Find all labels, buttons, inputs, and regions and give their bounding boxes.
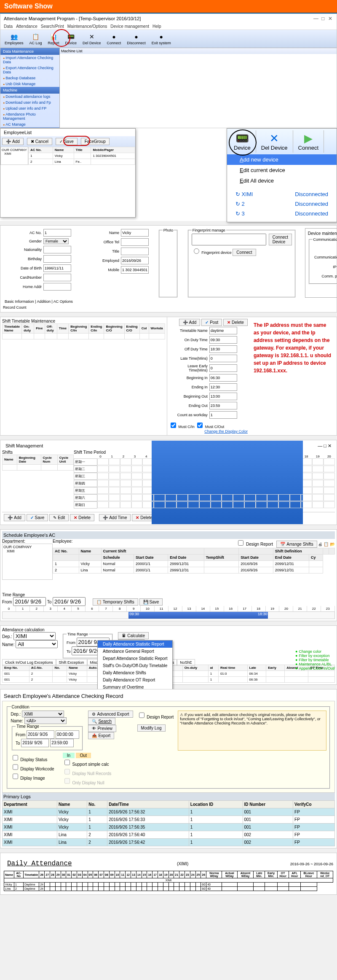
endin-input[interactable] (209, 383, 237, 391)
side-item[interactable]: Upload user info and FP (0, 105, 59, 111)
name-input[interactable] (121, 229, 149, 237)
tb-Connect[interactable]: ●Connect (104, 32, 124, 46)
menu-Search/Print[interactable]: Search/Print (41, 24, 64, 29)
shifts-grid[interactable]: NameBeginning DateCycle NumCycle UnitNor… (2, 455, 74, 471)
side-item[interactable]: Download user info and Fp (0, 100, 59, 105)
homeaddr-input[interactable] (43, 283, 71, 291)
begout-input[interactable] (209, 393, 237, 400)
adv-export-btn[interactable]: ⚙ Advanced Export (88, 711, 133, 718)
must-cin-check[interactable] (171, 423, 176, 428)
arrange-btn[interactable]: 📅 Arrange Shifts (276, 541, 317, 548)
tb-Employees[interactable]: 👥Employees (2, 32, 26, 46)
add-button[interactable]: ➕ Add (2, 138, 24, 145)
machine-list-tab[interactable]: Machine List (59, 48, 337, 54)
company-tree[interactable]: OUR COMPANY (2, 148, 27, 152)
calc-name[interactable]: All (16, 640, 58, 648)
tt-post-btn[interactable]: Post (201, 319, 222, 326)
ttname-input[interactable] (209, 327, 237, 334)
tb-Device[interactable]: 📟Device (63, 32, 80, 46)
calculate-btn[interactable]: 🖩 Calculate (118, 632, 149, 639)
search-t1[interactable] (56, 730, 79, 739)
tb-Exit system[interactable]: ●Exit system (149, 32, 174, 46)
green-link[interactable]: Maintenance AL/BL (295, 662, 335, 666)
side-item[interactable]: Download attendance logs (0, 94, 59, 100)
tt-add-btn[interactable]: ➕ Add (179, 319, 201, 326)
side-item[interactable]: AC Manage (0, 121, 59, 127)
addition-tab[interactable]: Addition (37, 299, 51, 304)
disp-workcode[interactable] (13, 764, 18, 770)
modify-log-btn[interactable]: Modify Log (137, 724, 166, 732)
sm-save[interactable]: Save (27, 514, 48, 521)
sched-save-btn[interactable]: 💾 Save (139, 598, 163, 606)
edit-all-item[interactable]: Edit All device (227, 175, 337, 186)
connect-device-btn[interactable]: Connect Device (269, 234, 292, 245)
primary-log-grid[interactable]: DepartmentNameNo.Date/TimeLocation IDID … (2, 800, 335, 846)
side-item[interactable]: Usb Disk Manage (0, 81, 59, 87)
employee-grid[interactable]: AC No.NameTitleMobile/Pager1Vicky1 30239… (28, 147, 135, 165)
connect-big-button[interactable]: ▶Connect (293, 130, 324, 153)
sm-addtime[interactable]: ➕ Add Time (99, 514, 131, 521)
search-btn[interactable]: 🔍 Search (88, 718, 115, 725)
edit-current-item[interactable]: Edit current device (227, 165, 337, 175)
tb-Disconnect[interactable]: ●Disconnect (124, 32, 148, 46)
green-link[interactable]: Change color (295, 649, 335, 654)
leave-input[interactable] (209, 364, 237, 372)
green-link[interactable]: Filter by exception (295, 654, 335, 658)
sm-edit[interactable]: ✎ Edit (49, 514, 69, 521)
cardnum-input[interactable] (43, 274, 71, 281)
begin-input[interactable] (209, 374, 237, 382)
sm-add[interactable]: ➕ Add (4, 514, 25, 521)
fp-radio[interactable] (194, 248, 199, 254)
menu-bar[interactable]: DataAttendanceSearch/PrintMaintenance/Op… (0, 23, 337, 30)
design-report-check[interactable] (139, 712, 144, 719)
green-link[interactable]: Append Clock In/Out/ (295, 666, 335, 670)
green-link[interactable]: Filter by timetable (295, 658, 335, 662)
tt-delete-btn[interactable]: Delete (223, 319, 248, 326)
calc-tab[interactable]: Shift Exception (56, 659, 87, 666)
disp-status[interactable] (13, 754, 18, 761)
export-btn[interactable]: 📤 Export (88, 732, 114, 739)
search-t2[interactable] (50, 739, 74, 747)
late-input[interactable] (209, 355, 237, 362)
report-item[interactable]: Staff's On-Duty/Off-Duty Timetable (98, 662, 172, 669)
device-dropdown[interactable]: Add new device (227, 154, 337, 165)
acoptions-tab[interactable]: AC Options (53, 299, 73, 304)
calc-tab[interactable]: NoShE (177, 659, 195, 666)
sched-from[interactable] (13, 597, 46, 606)
menu-Maintenance/Options[interactable]: Maintenance/Options (67, 24, 107, 29)
tb-Report[interactable]: 📊Report (45, 32, 62, 46)
employed-input[interactable] (121, 257, 149, 264)
report-item[interactable]: Attendance General Report (98, 648, 172, 655)
officetel-input[interactable] (121, 238, 149, 246)
birthday-input[interactable] (43, 255, 71, 263)
search-name[interactable]: <All> (24, 717, 67, 724)
side-item[interactable]: Attendance Photo Management (0, 111, 59, 121)
close-icon[interactable]: ✕ (327, 16, 333, 22)
sched-company[interactable]: OUR COMPANY (3, 545, 51, 549)
gender-select[interactable]: Female (43, 238, 69, 244)
search-dep[interactable]: XIMI (22, 711, 64, 717)
search-from[interactable] (27, 730, 54, 739)
design-check[interactable] (238, 540, 243, 546)
schedule-grid[interactable]: AC No.NameCurrent ShiftShift DefinitionS… (53, 548, 335, 573)
simple-calc[interactable] (64, 759, 70, 766)
ximi-tree[interactable]: XIMI (2, 152, 27, 156)
calc-dep[interactable]: XIMI (13, 632, 56, 640)
menu-Device management[interactable]: Device management (110, 24, 149, 29)
acno-input[interactable] (43, 229, 71, 237)
report-item[interactable]: Daily Attendance Statistic Report (98, 641, 172, 648)
menu-Attendance[interactable]: Attendance (16, 24, 37, 29)
side-item[interactable]: Export Attendance Checking Data (0, 65, 59, 75)
timetable-grid[interactable]: Timetable NameOn-dutyFineOff-dutyTimeBeg… (2, 323, 165, 339)
report-item[interactable]: Daily Attendance OT Report (98, 676, 172, 684)
basic-tab[interactable]: Basic Information (5, 299, 34, 304)
side-item[interactable]: Backup Database (0, 75, 59, 81)
report-item[interactable]: Depart Attendance Statistic Report (98, 655, 172, 662)
dob-input[interactable] (43, 264, 71, 272)
side-item[interactable]: Import Attendance Checking Data (0, 55, 59, 65)
preview-btn[interactable]: 👁 Preview (88, 725, 116, 732)
menu-Data[interactable]: Data (4, 24, 13, 29)
title-input[interactable] (121, 248, 149, 255)
change-color-link[interactable]: Change the Display Color (169, 429, 248, 433)
save-button[interactable]: ✓ Save (56, 138, 78, 145)
